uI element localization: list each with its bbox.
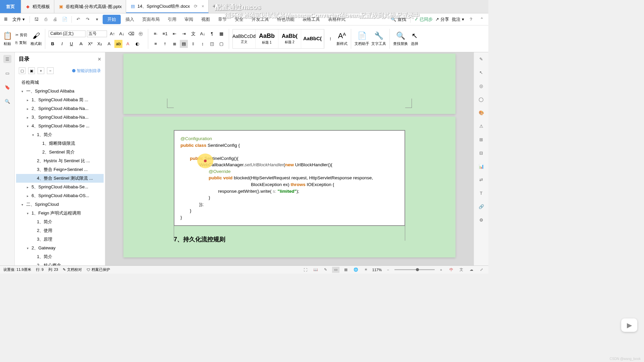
outline-item[interactable]: 3、原理 (16, 235, 104, 244)
outline-item[interactable]: 1、熔断降级限流 (16, 139, 104, 148)
save-icon[interactable]: 🖫 (33, 15, 41, 23)
bold-button[interactable]: B (49, 40, 57, 48)
zoom-level[interactable]: 117% (372, 268, 382, 272)
font-size-select[interactable] (87, 31, 107, 37)
zoom-slider[interactable] (394, 269, 435, 270)
menu-reference[interactable]: 引用 (164, 15, 180, 24)
outline-close-button[interactable]: × (98, 56, 101, 62)
help-icon[interactable]: ? (467, 15, 475, 23)
phonetic-icon[interactable]: ㊥ (137, 30, 145, 38)
grid-rail-icon[interactable]: ⊞ (477, 135, 485, 143)
outline-tree[interactable]: 谷粒商城 ▾一、SpringCloud Alibaba▸1、SpringClou… (15, 75, 105, 265)
underline-button[interactable]: U (67, 40, 75, 48)
outline-item[interactable]: ▸2、SpringCloud Alibaba-Na... (16, 104, 104, 113)
focus-view-icon[interactable]: ☀ (362, 267, 370, 273)
bullets-button[interactable]: ≡· (152, 30, 160, 38)
subscript-button[interactable]: X₂ (96, 40, 104, 48)
read-view-icon[interactable]: 📖 (312, 267, 319, 273)
print-preview-icon[interactable]: ⎙ (42, 15, 50, 23)
table-button[interactable]: ▦ (217, 30, 225, 38)
outline-item[interactable]: 2、Hystrix 与 Sentinel 比 ... (16, 157, 104, 165)
align-right-button[interactable]: ≣ (170, 40, 178, 48)
search-button[interactable]: 🔍查找 (391, 16, 406, 22)
format-painter-button[interactable]: 🖌 格式刷 (31, 31, 42, 46)
outline-item[interactable]: ▾二、SpringCloud (16, 200, 104, 209)
text-rail-icon[interactable]: T (477, 189, 485, 197)
outline-item[interactable]: ▾2、Gateway (16, 244, 104, 252)
outline-remove[interactable]: − (47, 67, 54, 74)
highlight-button[interactable]: ab (114, 40, 122, 48)
align-center-button[interactable]: ⫯ (161, 40, 169, 48)
strikethrough-button[interactable]: A̶ (77, 40, 85, 48)
redo-icon[interactable]: ↷ (84, 15, 92, 23)
pdf-icon[interactable]: 📄 (61, 15, 69, 23)
search-rail-icon[interactable]: 🔍 (3, 97, 11, 105)
warning-rail-icon[interactable]: ⚠ (477, 122, 485, 130)
status-protected[interactable]: 🛡档案已保护 (87, 267, 110, 272)
font-color-button[interactable]: A (124, 40, 132, 48)
apps-rail-icon[interactable]: ⊟ (477, 149, 485, 157)
edit-rail-icon[interactable]: ✎ (477, 55, 485, 63)
outline-item[interactable]: ▾一、SpringCloud Alibaba (16, 87, 104, 96)
menu-table-tools[interactable]: 表格工具 (299, 15, 323, 24)
outline-item[interactable]: ▸3、SpringCloud Alibaba-Na... (16, 113, 104, 122)
outline-item[interactable]: ▸5、SpringCloud Alibaba-Se... (16, 183, 104, 191)
palette-rail-icon[interactable]: 🎨 (477, 109, 485, 117)
style-heading3[interactable]: AaBbC( (301, 29, 324, 48)
outline-root[interactable]: 谷粒商城 (16, 78, 104, 87)
outline-add[interactable]: + (38, 67, 44, 74)
paste-button[interactable]: 📋 粘贴 (3, 31, 12, 46)
zoom-handle[interactable] (416, 268, 419, 271)
print-icon[interactable]: 🖨 (51, 15, 59, 23)
shape-rail-icon[interactable]: ◯ (477, 95, 485, 103)
outline-item[interactable]: 1、简介 (16, 252, 104, 261)
draft-view-icon[interactable]: 🌐 (352, 267, 360, 273)
ime-lang[interactable]: 文 (458, 267, 465, 273)
target-rail-icon[interactable]: ◎ (477, 82, 485, 90)
status-proof[interactable]: ✎文档校对 (63, 267, 82, 272)
superscript-button[interactable]: X² (86, 40, 94, 48)
ime-indicator[interactable]: 中 (447, 267, 455, 273)
add-tab-button[interactable]: + (209, 0, 220, 13)
bookmark-rail-icon[interactable]: 🔖 (3, 83, 11, 91)
menu-features[interactable]: 特色功能 (274, 15, 298, 24)
sync-status[interactable]: ✓已同步 (415, 16, 433, 22)
style-normal[interactable]: AaBbCcDd正文 (233, 29, 256, 48)
outline-item[interactable]: 3、整合 Feign+Sentinel ... (16, 165, 104, 174)
borders-button[interactable]: ▢ (217, 40, 225, 48)
undo-icon[interactable]: ↶ (74, 15, 83, 23)
italic-button[interactable]: I (58, 40, 66, 48)
cut-button[interactable]: ✂剪切 (14, 32, 29, 38)
text-effect-button[interactable]: A (105, 40, 113, 48)
web-view-icon[interactable]: ▦ (342, 267, 350, 273)
fullscreen-view-icon[interactable]: ⛶ (302, 267, 309, 273)
text-direction-button[interactable]: 文 (189, 30, 197, 38)
outline-item[interactable]: 2、核心概念 (16, 261, 104, 265)
clear-format-icon[interactable]: ⌫ (127, 30, 135, 38)
menu-start[interactable]: 开始 (103, 15, 121, 24)
home-tab[interactable]: 首页 (0, 0, 21, 13)
increase-font-icon[interactable]: A↑ (108, 30, 116, 38)
tab-docx-active[interactable]: ▤ 14、SpringCloud组件.docx ⟳ × (126, 0, 209, 13)
align-justify-button[interactable]: ▤ (180, 40, 188, 48)
menu-devtools[interactable]: 开发工具 (248, 15, 272, 24)
menu-security[interactable]: 安全 (231, 15, 247, 24)
outline-rail-icon[interactable]: ☰ (3, 55, 11, 63)
outline-item[interactable]: ▾4、SpringCloud Alibaba-Se ... (16, 122, 104, 130)
align-left-button[interactable]: ≡ (152, 40, 160, 48)
sort-button[interactable]: A↓ (199, 30, 207, 38)
menu-insert[interactable]: 插入 (122, 15, 138, 24)
select-button[interactable]: ↖选择 (410, 31, 419, 46)
text-tool-button[interactable]: 🔧文字工具 (371, 31, 386, 46)
menu-review[interactable]: 审阅 (181, 15, 197, 24)
outline-item[interactable]: ▸6、SpringCloud Alibaba-OS... (16, 191, 104, 200)
outline-item[interactable]: ▸1、SpringCloud Alibaba 简 ... (16, 96, 104, 104)
style-heading2[interactable]: AaBb(标题 2 (278, 29, 301, 48)
copy-button[interactable]: ⎘复制 (14, 40, 29, 46)
char-shading-button[interactable]: ◐ (133, 40, 141, 48)
shading-button[interactable]: ◫ (208, 40, 216, 48)
menu-chapter[interactable]: 章节 (215, 15, 230, 24)
decrease-indent-button[interactable]: ⇤ (170, 30, 178, 38)
menu-table-styles[interactable]: 表格样式 (325, 15, 349, 24)
dropdown-icon[interactable]: ▾ (93, 15, 101, 23)
